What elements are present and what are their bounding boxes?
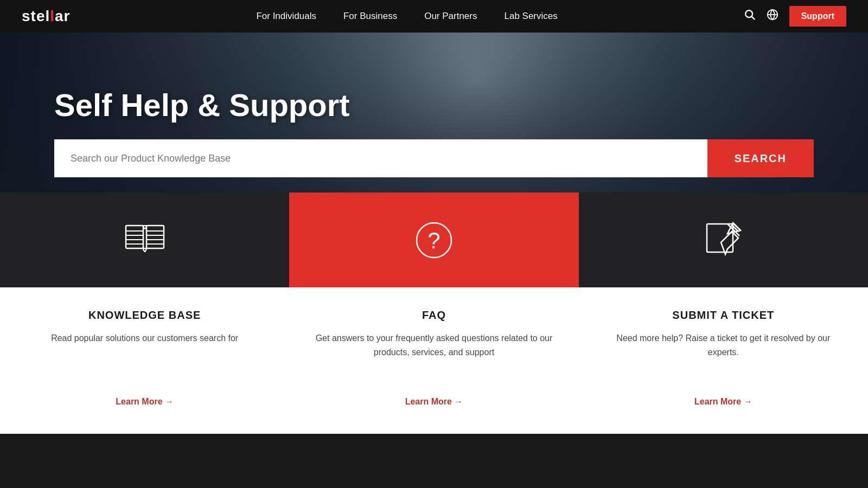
- logo-text: stellar: [22, 8, 71, 25]
- search-input[interactable]: [54, 139, 707, 177]
- faq-title: FAQ: [422, 309, 446, 322]
- hero-title: Self Help & Support: [0, 87, 868, 123]
- edit-icon: [701, 219, 745, 262]
- faq-card: ? FAQ Get answers to your frequently ask…: [289, 192, 578, 434]
- search-icon[interactable]: [744, 9, 756, 24]
- cards-section: KNOWLEDGE BASE Read popular solutions ou…: [0, 192, 868, 434]
- knowledge-base-card: KNOWLEDGE BASE Read popular solutions ou…: [0, 192, 289, 434]
- nav-for-individuals[interactable]: For Individuals: [256, 11, 316, 22]
- search-button[interactable]: SEARCH: [707, 139, 814, 177]
- globe-icon[interactable]: [767, 9, 778, 24]
- knowledge-base-desc: Read popular solutions our customers sea…: [51, 331, 238, 382]
- faq-icon-area: ?: [289, 192, 578, 287]
- svg-text:?: ?: [427, 228, 440, 253]
- svg-line-1: [751, 17, 755, 20]
- navbar-right: Support: [744, 6, 846, 27]
- nav-lab-services[interactable]: Lab Services: [504, 11, 557, 22]
- search-bar: SEARCH: [54, 139, 814, 177]
- svg-rect-4: [126, 226, 143, 248]
- faq-desc: Get answers to your frequently asked que…: [311, 331, 557, 382]
- knowledge-base-body: KNOWLEDGE BASE Read popular solutions ou…: [0, 287, 289, 434]
- navbar: stellar For Individuals For Business Our…: [0, 0, 868, 33]
- submit-ticket-card: SUBMIT A TICKET Need more help? Raise a …: [579, 192, 868, 434]
- book-icon: [123, 219, 167, 262]
- submit-ticket-title: SUBMIT A TICKET: [672, 309, 774, 322]
- nav-links: For Individuals For Business Our Partner…: [256, 11, 557, 22]
- faq-body: FAQ Get answers to your frequently asked…: [289, 287, 578, 434]
- knowledge-base-icon-area: [0, 192, 289, 287]
- nav-for-business[interactable]: For Business: [343, 11, 397, 22]
- nav-our-partners[interactable]: Our Partners: [424, 11, 477, 22]
- logo-accent: l: [50, 8, 55, 24]
- knowledge-base-title: KNOWLEDGE BASE: [88, 309, 201, 322]
- submit-ticket-body: SUBMIT A TICKET Need more help? Raise a …: [579, 287, 868, 434]
- svg-point-0: [745, 10, 752, 17]
- support-button[interactable]: Support: [789, 6, 846, 27]
- submit-ticket-learn-more[interactable]: Learn More →: [694, 397, 752, 407]
- faq-learn-more[interactable]: Learn More →: [405, 397, 463, 407]
- knowledge-base-learn-more[interactable]: Learn More →: [116, 397, 174, 407]
- question-icon: ?: [412, 219, 456, 262]
- logo[interactable]: stellar: [22, 8, 71, 25]
- submit-ticket-desc: Need more help? Raise a ticket to get it…: [601, 331, 846, 382]
- svg-rect-5: [146, 226, 164, 248]
- submit-ticket-icon-area: [579, 192, 868, 287]
